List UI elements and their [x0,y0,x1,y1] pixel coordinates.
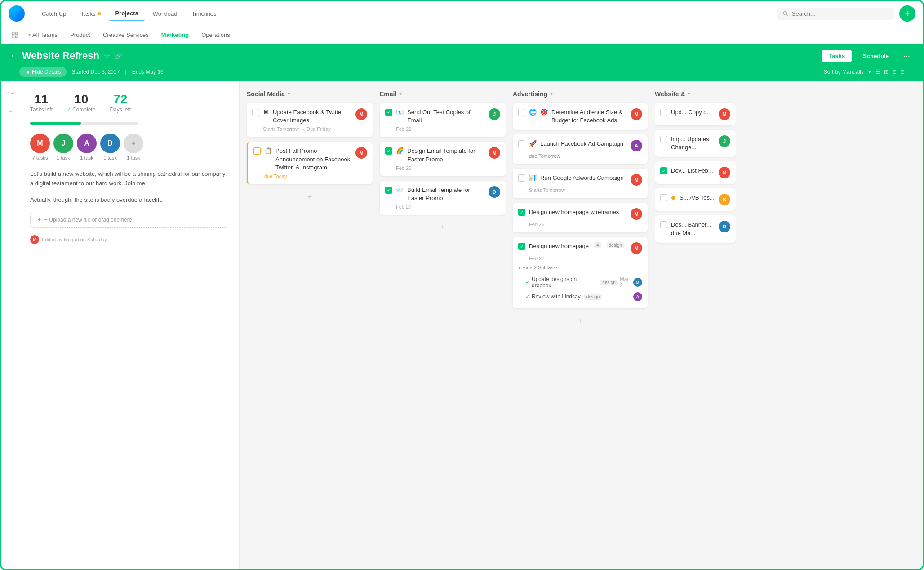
star-icon[interactable]: ☆ [104,52,110,60]
task-meta: Starts Tomorrow → Due Friday [252,126,367,132]
stat-days-left: 72 Days left [110,92,131,113]
list-view-icon[interactable]: ☰ [875,69,880,75]
task-assignee-avatar[interactable]: M [355,108,367,120]
complete-number: 10 [67,92,95,107]
editor-avatar: M [30,235,39,244]
social-media-column-title: Social Media [247,90,285,98]
website-chevron-icon[interactable]: ▾ [688,91,690,97]
subnav-marketing[interactable]: Marketing [156,30,194,40]
task-checkbox[interactable]: ✓ [518,209,525,216]
edit-info: M Edited by Megan on Saturday [30,235,228,244]
tasks-view-button[interactable]: Tasks [822,50,852,62]
task-assignee-avatar[interactable]: M [631,208,642,220]
subnav-operations[interactable]: Operations [196,30,235,40]
svg-point-0 [13,9,21,18]
add-task-button[interactable]: + [513,313,648,330]
task-assignee-avatar[interactable]: M [631,174,642,186]
days-left-number: 72 [110,92,131,107]
task-checkbox[interactable] [660,136,667,143]
upload-area[interactable]: + + Upload a new file or drag one here [30,212,228,228]
more-options-button[interactable]: ··· [900,49,914,62]
link-icon[interactable]: 🔗 [115,52,122,59]
task-checkbox[interactable]: ✓ [385,187,392,194]
column-website: Website & ▾ Upd... Copy d... M [655,90,736,560]
task-assignee-avatar[interactable]: M [489,147,500,159]
filter-icon[interactable]: ⊟ [900,69,905,75]
task-checkbox[interactable]: ✓ [518,243,525,250]
add-button[interactable]: + [899,5,915,22]
task-assignee-avatar[interactable]: M [355,147,367,159]
subnav-creative[interactable]: Creative Services [98,30,154,40]
social-media-chevron-icon[interactable]: ▾ [288,91,290,97]
nav-catchup[interactable]: Catch Up [36,7,72,21]
column-social-media: Social Media ▾ 🖥 Update Facebook & Twitt… [247,90,373,560]
avatar-item-2[interactable]: J 1 task [53,134,73,160]
task-assignee-avatar[interactable]: D [489,186,500,198]
task-card: Upd... Copy d... M [655,103,736,125]
add-task-button[interactable]: + [247,189,373,205]
task-checkbox[interactable] [660,194,667,201]
task-assignee-avatar[interactable]: S [719,194,730,205]
task-checkbox[interactable] [660,109,667,116]
avatar-item-4[interactable]: D 1 task [100,134,120,160]
task-checkbox[interactable] [252,109,259,116]
stat-tasks-left: 11 Tasks left [30,92,53,113]
task-card: Imp... Updates Change... J [655,130,736,157]
task-checkbox[interactable] [660,221,667,228]
back-button[interactable]: ← [10,52,18,60]
task-checkbox[interactable] [518,109,525,116]
task-assignee-avatar[interactable]: M [719,167,730,178]
nav-tasks[interactable]: Tasks [74,7,107,21]
subtask-toggle[interactable]: ▾ Hide 2 Subtasks [518,263,642,272]
task-assignee-avatar[interactable]: D [719,221,730,232]
project-title: Website Refresh [22,50,99,62]
task-checkbox[interactable] [518,174,525,182]
project-description-2: Actually, though, the site is badly over… [30,196,228,205]
task-assignee-avatar[interactable]: M [631,242,642,254]
app-logo[interactable] [9,5,25,22]
add-task-button[interactable]: + [380,219,506,236]
subnav-allteams[interactable]: ▾ All Teams [23,30,63,40]
nav-projects[interactable]: Projects [109,6,144,21]
complete-label: ✓ Complete [67,107,95,113]
task-assignee-avatar[interactable]: J [719,135,730,147]
sidebar-checklist-icon[interactable]: ✓≡ [4,87,17,99]
grid-view-icon[interactable]: ⊞ [884,69,888,75]
task-checkbox[interactable] [518,140,525,147]
task-assignee-avatar[interactable]: M [719,108,730,120]
avatar-item-5[interactable]: + 1 task [124,134,143,160]
svg-point-1 [783,12,786,15]
kanban-board: Social Media ▾ 🖥 Update Facebook & Twitt… [240,81,923,569]
avatar-item-3[interactable]: A 1 task [77,134,97,160]
task-assignee-avatar[interactable]: M [631,108,642,120]
email-chevron-icon[interactable]: ▾ [399,91,402,97]
task-checkbox[interactable]: ✓ [660,167,667,174]
subtask-item: ✓ Update designs on dropbox design Mar 2… [525,274,642,290]
columns-view-icon[interactable]: ⊟ [892,69,897,75]
task-checkbox[interactable]: ✓ [385,109,392,116]
task-assignee-avatar[interactable]: A [631,140,642,151]
tasks-dot [98,12,101,15]
advertising-chevron-icon[interactable]: ▾ [550,91,553,97]
search-input[interactable] [792,10,888,17]
sidebar-menu-icon[interactable]: ≡ [4,107,17,119]
task-checkbox[interactable] [253,147,261,155]
nav-timelines[interactable]: Timelines [185,7,222,21]
task-assignee-avatar[interactable]: J [489,108,500,120]
task-meta: Feb 27 [518,256,642,261]
top-nav: Catch Up Tasks Projects Workload Timelin… [1,1,923,26]
sort-by-label[interactable]: Sort by Manually [824,69,864,75]
main-content: ✓≡ ≡ 11 Tasks left 10 ✓ Complete [1,81,923,569]
schedule-view-button[interactable]: Schedule [856,50,896,62]
days-left-label: Days left [110,107,131,113]
task-checkbox[interactable]: ✓ [385,147,392,155]
task-card: ◆ S... A/B Tes... S [655,188,736,211]
grid-icon[interactable] [9,29,21,41]
subnav-product[interactable]: Product [65,30,96,40]
search-box[interactable] [777,8,894,20]
progress-bar [30,122,228,125]
nav-workload[interactable]: Workload [147,7,184,21]
task-card: 🚀 Launch Facebook Ad Campaign A due Tomo… [513,134,648,164]
hide-details-button[interactable]: ◄ Hide Details [19,67,67,77]
avatar-item-1[interactable]: M 7 tasks [30,134,50,160]
